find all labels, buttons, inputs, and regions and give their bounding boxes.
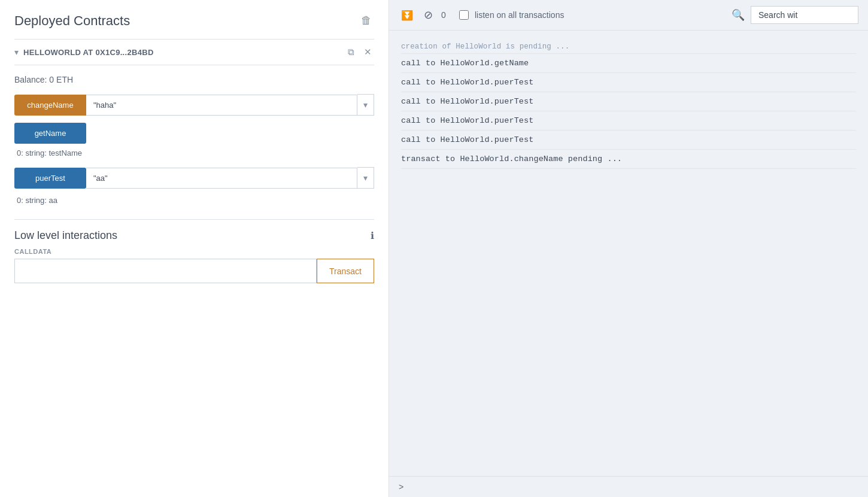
search-icon: 🔍 xyxy=(732,9,745,21)
calldata-label: CALLDATA xyxy=(14,248,374,255)
listen-label: listen on all transactions xyxy=(475,10,564,20)
changename-row: changeName ▾ xyxy=(14,94,374,116)
info-icon[interactable]: ℹ xyxy=(371,230,374,241)
low-level-title: Low level interactions xyxy=(14,229,117,242)
puertest-dropdown-button[interactable]: ▾ xyxy=(357,167,374,189)
panel-title: Deployed Contracts xyxy=(14,13,130,29)
getname-button[interactable]: getName xyxy=(14,123,86,144)
console-footer: > xyxy=(389,476,868,497)
no-entry-icon: ⊘ xyxy=(424,9,433,21)
transact-button[interactable]: Transact xyxy=(317,259,374,283)
puertest-button[interactable]: puerTest xyxy=(14,168,86,189)
console-prompt: > xyxy=(399,483,403,492)
remove-contract-button[interactable]: ✕ xyxy=(362,46,374,59)
console-toolbar: ⏬ ⊘ 0 listen on all transactions 🔍 xyxy=(389,0,868,31)
double-down-icon: ⏬ xyxy=(401,10,413,20)
list-item: call to HelloWorld.puerTest xyxy=(401,111,856,131)
delete-all-button[interactable] xyxy=(359,12,374,29)
getname-row: getName xyxy=(14,123,374,144)
calldata-input[interactable] xyxy=(14,259,317,283)
left-panel: Deployed Contracts ▾ HELLOWORLD AT 0X1C9… xyxy=(0,0,389,497)
trash-icon xyxy=(361,14,372,26)
panel-header: Deployed Contracts xyxy=(14,12,374,29)
section-divider xyxy=(14,219,374,220)
listen-checkbox[interactable] xyxy=(459,10,469,20)
copy-icon: ⧉ xyxy=(348,47,354,57)
console-output: creation of HelloWorld is pending ... ca… xyxy=(389,31,868,476)
changename-input[interactable] xyxy=(86,95,357,116)
changename-dropdown-button[interactable]: ▾ xyxy=(357,94,374,116)
right-panel: ⏬ ⊘ 0 listen on all transactions 🔍 creat… xyxy=(389,0,868,497)
list-item: call to HelloWorld.puerTest xyxy=(401,73,856,92)
calldata-row: Transact xyxy=(14,259,374,283)
puertest-input[interactable] xyxy=(86,168,357,189)
contract-header: ▾ HELLOWORLD AT 0X1C9...2B4BD ⧉ ✕ xyxy=(14,39,374,65)
scroll-bottom-button[interactable]: ⏬ xyxy=(399,7,415,24)
list-item: transact to HelloWorld.changeName pendin… xyxy=(401,150,856,169)
contract-name: HELLOWORLD AT 0X1C9...2B4BD xyxy=(23,48,341,57)
puertest-output: 0: string: aa xyxy=(17,196,374,205)
no-entry-button[interactable]: ⊘ xyxy=(421,6,435,24)
changename-button[interactable]: changeName xyxy=(14,95,86,116)
list-item: creation of HelloWorld is pending ... xyxy=(401,40,856,54)
search-input[interactable] xyxy=(751,6,858,24)
transaction-count: 0 xyxy=(441,10,453,20)
getname-output: 0: string: testName xyxy=(17,149,374,157)
close-icon: ✕ xyxy=(364,47,372,57)
balance-display: Balance: 0 ETH xyxy=(14,75,374,84)
search-toggle-button[interactable]: 🔍 xyxy=(732,8,745,22)
copy-address-button[interactable]: ⧉ xyxy=(345,46,357,59)
list-item: call to HelloWorld.puerTest xyxy=(401,131,856,150)
puertest-row: puerTest ▾ xyxy=(14,167,374,189)
contract-collapse-icon[interactable]: ▾ xyxy=(14,47,19,57)
low-level-header: Low level interactions ℹ xyxy=(14,229,374,242)
list-item: call to HelloWorld.puerTest xyxy=(401,92,856,111)
chevron-down-icon-2: ▾ xyxy=(363,173,368,183)
list-item: call to HelloWorld.getName xyxy=(401,54,856,73)
chevron-down-icon: ▾ xyxy=(363,100,368,110)
